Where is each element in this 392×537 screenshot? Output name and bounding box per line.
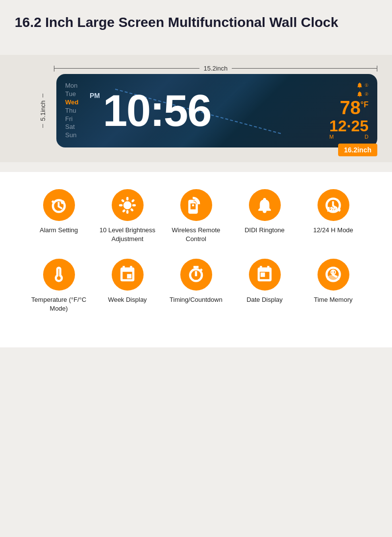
- width-label: 15.2inch: [199, 65, 231, 72]
- feature-alarm-setting: Alarm Setting: [27, 189, 91, 244]
- hour-mode-icon-circle: 12/24: [318, 189, 349, 221]
- feature-remote: Wireless Remote Control: [164, 189, 228, 244]
- calendar-date-icon: [256, 266, 273, 283]
- bell-icon: [256, 196, 273, 214]
- clock-display: Mon Tue Wed Thu Fri Sat Sun PM 10:56: [56, 74, 377, 147]
- thermometer-icon: [50, 266, 68, 283]
- feature-timing: Timing/Countdown: [164, 259, 228, 313]
- feature-date-display: Date Display: [233, 259, 296, 313]
- alarm-icons: ① ②: [356, 82, 368, 98]
- date-display: 12·25: [329, 118, 368, 134]
- page-title: 16.2 Inch Large Screen Multifunctional W…: [10, 15, 382, 30]
- temperature-icon-circle: [43, 259, 75, 291]
- day-thu: Thu: [65, 107, 84, 115]
- remote-control-icon: [187, 196, 205, 214]
- feature-ringtone: DIDI Ringtone: [233, 189, 296, 244]
- top-section: 16.2 Inch Large Screen Multifunctional W…: [0, 0, 392, 55]
- feature-temperature: Temperature (°F/°C Mode): [27, 259, 91, 313]
- ringtone-label: DIDI Ringtone: [245, 226, 285, 235]
- time-display: 10:56: [103, 89, 211, 133]
- height-label-area: 5.1inch: [29, 94, 56, 128]
- height-label: 5.1inch: [39, 98, 47, 124]
- svg-text:12/24: 12/24: [327, 206, 340, 212]
- week-display-label: Week Display: [108, 295, 147, 304]
- date-display-label: Date Display: [246, 295, 283, 304]
- day-wed: Wed: [65, 98, 84, 107]
- time-main: PM 10:56: [90, 82, 324, 140]
- calendar-week-icon: [119, 266, 136, 283]
- alarm-bell-icon-1: [356, 82, 363, 89]
- temp-area: 78°F: [340, 98, 368, 117]
- time-memory-label: Time Memory: [314, 295, 353, 304]
- ringtone-icon-circle: [249, 189, 281, 221]
- days-column: Mon Tue Wed Thu Fri Sat Sun: [65, 82, 84, 140]
- week-display-icon-circle: [112, 259, 144, 291]
- feature-week-display: Week Display: [96, 259, 159, 313]
- features-row-2: Temperature (°F/°C Mode) Week Display: [10, 259, 382, 313]
- month-label: M: [329, 134, 334, 140]
- day-sun: Sun: [65, 131, 84, 140]
- day-mon: Mon: [65, 82, 84, 90]
- brightness-icon: [119, 196, 136, 214]
- clock-and-height: 5.1inch Mon Tue Wed Thu Fri Sat: [29, 74, 377, 147]
- alarm-setting-label: Alarm Setting: [40, 226, 78, 235]
- alarm-bell-icon-2: [356, 91, 363, 98]
- brightness-label: 10 Level Brightness Adjustment: [96, 226, 159, 244]
- temperature-label: Temperature (°F/°C Mode): [27, 295, 91, 313]
- alarm-setting-icon-circle: [43, 189, 75, 221]
- md-labels: M D: [329, 134, 368, 140]
- hour-mode-label: 12/24 H Mode: [313, 226, 353, 235]
- feature-hour-mode: 12/24 12/24 H Mode: [301, 189, 365, 244]
- remote-label: Wireless Remote Control: [164, 226, 228, 244]
- time-memory-icon-circle: [318, 259, 349, 291]
- brain-clock-icon: [324, 266, 342, 283]
- feature-brightness: 10 Level Brightness Adjustment: [96, 189, 159, 244]
- hour-mode-icon: 12/24: [324, 196, 342, 214]
- date-area: 12·25 M D: [329, 118, 368, 140]
- temperature-display: 78°F: [340, 98, 368, 118]
- alarm-clock-icon: [50, 196, 68, 214]
- size-badge: 16.2inch: [338, 144, 377, 156]
- remote-icon-circle: [180, 189, 212, 221]
- alarm-2-label: ②: [365, 92, 368, 97]
- day-fri: Fri: [65, 115, 84, 123]
- timing-label: Timing/Countdown: [170, 295, 222, 304]
- stopwatch-icon: [187, 266, 205, 283]
- page-container: 16.2 Inch Large Screen Multifunctional W…: [0, 0, 392, 347]
- day-label: D: [365, 134, 368, 140]
- alarm-icon-2: ②: [356, 91, 368, 98]
- feature-time-memory: Time Memory: [301, 259, 365, 313]
- day-tue: Tue: [65, 90, 84, 98]
- right-panel: ① ② 78°F: [324, 82, 368, 140]
- features-section: Alarm Setting 10 Level Brightness Adjust…: [0, 172, 392, 347]
- timing-icon-circle: [180, 259, 212, 291]
- clock-diagram-area: 15.2inch 5.1inch: [0, 55, 392, 162]
- am-pm-label: PM: [90, 92, 100, 99]
- brightness-icon-circle: [112, 189, 144, 221]
- day-sat: Sat: [65, 123, 84, 131]
- alarm-icon-1: ①: [356, 82, 368, 89]
- date-display-icon-circle: [249, 259, 281, 291]
- features-row-1: Alarm Setting 10 Level Brightness Adjust…: [10, 189, 382, 244]
- alarm-1-label: ①: [365, 83, 368, 88]
